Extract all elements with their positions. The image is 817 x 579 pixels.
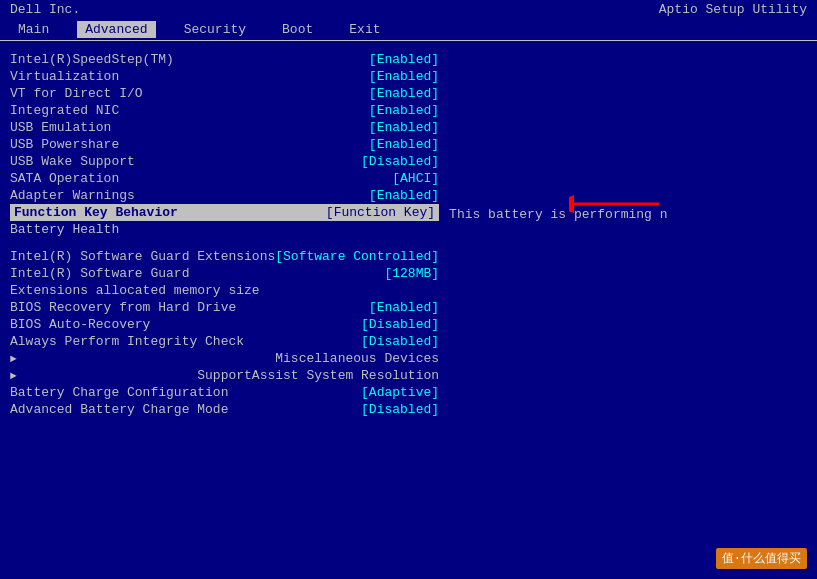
value-bios-recovery: [Enabled] [369,300,439,315]
row-integrity[interactable]: Always Perform Integrity Check [Disabled… [10,333,439,350]
value-virtualization: [Enabled] [369,69,439,84]
menu-bar: Main Advanced Security Boot Exit [0,19,817,41]
value-sata: [AHCI] [392,171,439,186]
label-adv-battery: Advanced Battery Charge Mode [10,402,228,417]
row-supportassist[interactable]: ► SupportAssist System Resolution [10,367,439,384]
watermark: 值·什么值得买 [716,548,807,569]
row-virtualization[interactable]: Virtualization [Enabled] [10,68,439,85]
vendor-label: Dell Inc. [10,2,80,17]
label-integrated-nic: Integrated NIC [10,103,119,118]
value-bios-auto-recovery: [Disabled] [361,317,439,332]
row-adapter-warnings[interactable]: Adapter Warnings [Enabled] [10,187,439,204]
value-adapter-warnings: [Enabled] [369,188,439,203]
row-battery-charge[interactable]: Battery Charge Configuration [Adaptive] [10,384,439,401]
value-vt-direct: [Enabled] [369,86,439,101]
utility-label: Aptio Setup Utility [659,2,807,17]
menu-main[interactable]: Main [10,21,57,38]
label-sge: Intel(R) Software Guard Extensions [10,249,275,264]
value-sge: [Software Controlled] [275,249,439,264]
label-supportassist: SupportAssist System Resolution [197,368,439,383]
settings-list: Intel(R)SpeedStep(TM) [Enabled] Virtuali… [10,51,439,418]
row-usb-emulation[interactable]: USB Emulation [Enabled] [10,119,439,136]
label-function-key: Function Key Behavior [14,205,178,220]
label-bios-recovery: BIOS Recovery from Hard Drive [10,300,236,315]
row-bios-auto-recovery[interactable]: BIOS Auto-Recovery [Disabled] [10,316,439,333]
value-speedstep: [Enabled] [369,52,439,67]
label-sg: Intel(R) Software Guard [10,266,189,281]
value-battery-charge: [Adaptive] [361,385,439,400]
row-adv-battery[interactable]: Advanced Battery Charge Mode [Disabled] [10,401,439,418]
row-misc-devices[interactable]: ► Miscellaneous Devices [10,350,439,367]
row-speedstep[interactable]: Intel(R)SpeedStep(TM) [Enabled] [10,51,439,68]
label-battery-health: Battery Health [10,222,119,237]
label-integrity: Always Perform Integrity Check [10,334,244,349]
value-sg: [128MB] [384,266,439,281]
label-usb-wake: USB Wake Support [10,154,135,169]
triangle-misc-icon: ► [10,353,17,365]
label-bios-auto-recovery: BIOS Auto-Recovery [10,317,150,332]
value-usb-wake: [Disabled] [361,154,439,169]
row-usb-powershare[interactable]: USB Powershare [Enabled] [10,136,439,153]
value-integrity: [Disabled] [361,334,439,349]
label-usb-powershare: USB Powershare [10,137,119,152]
value-usb-emulation: [Enabled] [369,120,439,135]
label-sata: SATA Operation [10,171,119,186]
menu-boot[interactable]: Boot [274,21,321,38]
label-battery-charge: Battery Charge Configuration [10,385,228,400]
menu-exit[interactable]: Exit [341,21,388,38]
value-usb-powershare: [Enabled] [369,137,439,152]
label-speedstep: Intel(R)SpeedStep(TM) [10,52,174,67]
row-sg[interactable]: Intel(R) Software Guard [128MB] [10,265,439,282]
value-function-key: [Function Key] [326,205,435,220]
value-integrated-nic: [Enabled] [369,103,439,118]
label-usb-emulation: USB Emulation [10,120,111,135]
row-integrated-nic[interactable]: Integrated NIC [Enabled] [10,102,439,119]
row-function-key[interactable]: Function Key Behavior [Function Key] [10,204,439,221]
red-arrow-icon [569,189,669,219]
row-sata[interactable]: SATA Operation [AHCI] [10,170,439,187]
info-panel: This battery is performing n [449,51,807,418]
label-ext-mem: Extensions allocated memory size [10,283,260,298]
row-bios-recovery[interactable]: BIOS Recovery from Hard Drive [Enabled] [10,299,439,316]
row-vt-direct[interactable]: VT for Direct I/O [Enabled] [10,85,439,102]
header-bar: Dell Inc. Aptio Setup Utility [0,0,817,19]
content-area: Intel(R)SpeedStep(TM) [Enabled] Virtuali… [0,47,817,422]
row-usb-wake[interactable]: USB Wake Support [Disabled] [10,153,439,170]
row-sge[interactable]: Intel(R) Software Guard Extensions [Soft… [10,248,439,265]
row-battery-health[interactable]: Battery Health [10,221,439,238]
value-adv-battery: [Disabled] [361,402,439,417]
label-vt-direct: VT for Direct I/O [10,86,143,101]
menu-advanced[interactable]: Advanced [77,21,155,38]
label-misc-devices: Miscellaneous Devices [275,351,439,366]
label-adapter-warnings: Adapter Warnings [10,188,135,203]
row-ext-mem: Extensions allocated memory size [10,282,439,299]
menu-security[interactable]: Security [176,21,254,38]
triangle-support-icon: ► [10,370,17,382]
label-virtualization: Virtualization [10,69,119,84]
